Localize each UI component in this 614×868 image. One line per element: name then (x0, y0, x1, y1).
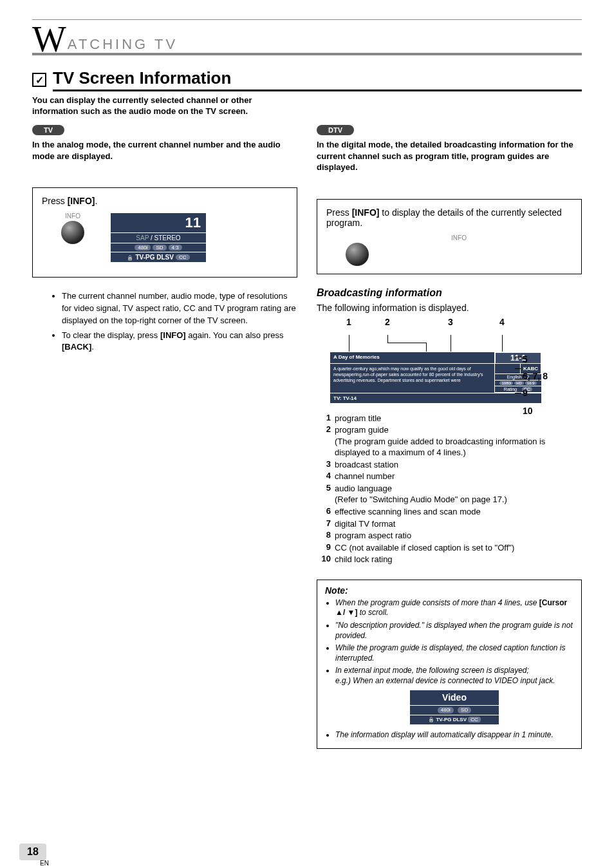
note-heading: Note: (325, 585, 573, 596)
left-column: TV In the analog mode, the current chann… (32, 124, 297, 749)
note-item: While the program guide is displayed, th… (335, 643, 573, 663)
info-button-graphic: INFO (61, 212, 84, 244)
note-box: Note: When the program guide consists of… (317, 580, 582, 749)
info-label: INFO (61, 212, 84, 220)
ext-osd-badges: 480i SD (409, 706, 499, 715)
analog-step-box: Press [INFO]. INFO 11 SAP / STEREO 480i … (32, 187, 297, 278)
following-info-line: The following information is displayed. (317, 303, 582, 313)
dtv-pill: DTV (317, 125, 354, 135)
tv-pill: TV (32, 125, 64, 135)
note-item: The information display will automatical… (335, 730, 573, 741)
page-number: 18 (19, 844, 46, 860)
analog-osd: 11 SAP / STEREO 480i SD 4:3 TV-PG DLSV C… (110, 212, 207, 263)
section-intro: You can display the currently selected c… (32, 95, 290, 117)
round-button-icon (61, 221, 84, 244)
callouts-right: 5 6, 7, 8 9 10 (523, 352, 548, 428)
header-rest: ATCHING TV (68, 36, 178, 53)
note-item: In external input mode, the following sc… (335, 666, 573, 725)
osd-program-title: A Day of Memories (330, 352, 495, 364)
lock-icon (127, 254, 133, 261)
osd-tv-rating: TV: TV-14 (330, 393, 541, 403)
lock-icon (428, 717, 434, 722)
ext-osd-rating: TV-PG DLSV CC (409, 715, 499, 725)
page-header: W ATCHING TV (32, 19, 582, 55)
osd-rating: TV-PG DLSV CC (110, 252, 207, 263)
osd-guide: A quarter-century ago,which may now qual… (330, 364, 495, 393)
dtv-osd: A Day of Memories KABC 11-1 A quarter-ce… (330, 352, 542, 404)
note-item: "No description provided." is displayed … (335, 621, 573, 641)
note-item: When the program guide consists of more … (335, 598, 573, 618)
list-item: To clear the display, press [INFO] again… (62, 330, 297, 354)
section-title-row: ✓ TV Screen Information (32, 68, 582, 91)
osd-channel: 11 (110, 212, 207, 232)
press-info-line-dtv: Press [INFO] to display the details of t… (326, 207, 572, 228)
right-column: DTV In the digital mode, the detailed br… (317, 124, 582, 749)
checkbox-icon: ✓ (32, 73, 46, 87)
analog-mode-desc: In the analog mode, the current channel … (32, 139, 297, 162)
press-info-line: Press [INFO]. (42, 196, 288, 206)
digital-step-box: Press [INFO] to display the details of t… (317, 199, 582, 274)
osd-audio: SAP / STEREO (110, 232, 207, 243)
dtv-diagram: 1 2 3 4 A Day of Memories KABC 11-1 (330, 317, 542, 404)
section-title: TV Screen Information (53, 68, 582, 91)
analog-bullets: The current channel number, audio mode, … (51, 290, 297, 354)
header-big-letter: W (32, 25, 66, 54)
info-label: INFO (346, 234, 572, 241)
page-lang: EN (40, 860, 49, 867)
external-osd: Video 480i SD TV-PG DLSV CC (409, 690, 499, 725)
ext-osd-title: Video (409, 690, 499, 705)
list-item: The current channel number, audio mode, … (62, 290, 297, 327)
digital-mode-desc: In the digital mode, the detailed broadc… (317, 139, 582, 173)
definition-list: 1program title 2program guide(The progra… (319, 413, 582, 565)
broadcasting-info-heading: Broadcasting information (317, 287, 582, 299)
callouts-top: 1 2 3 4 (330, 317, 542, 335)
round-button-icon (346, 243, 369, 266)
osd-badges: 480i SD 4:3 (110, 243, 207, 252)
